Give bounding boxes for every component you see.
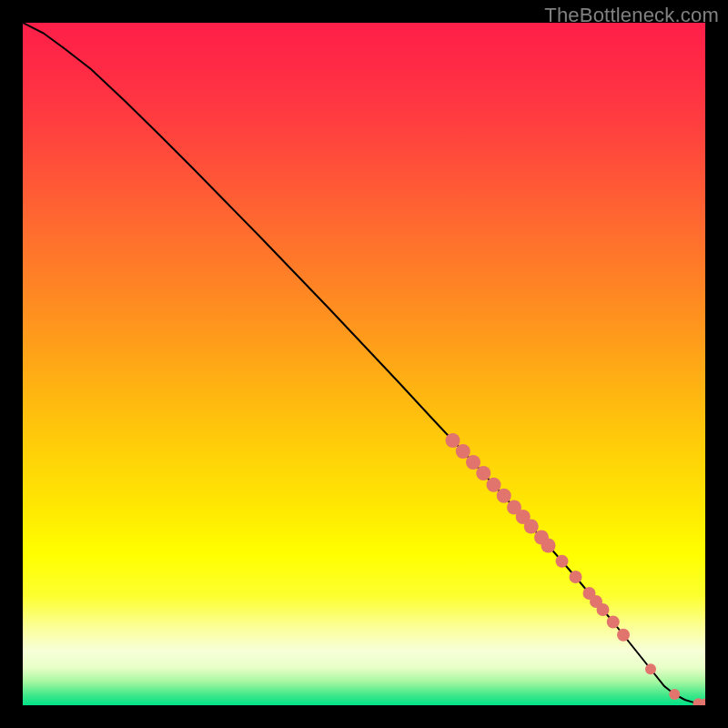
data-point xyxy=(446,433,460,448)
data-point xyxy=(466,455,480,470)
data-point xyxy=(556,555,569,568)
data-point xyxy=(456,444,470,459)
data-point xyxy=(476,466,490,480)
data-point xyxy=(487,478,501,492)
chart-stage: TheBottleneck.com xyxy=(0,0,728,728)
data-point xyxy=(497,489,511,503)
data-point xyxy=(617,629,630,642)
data-point xyxy=(541,539,556,553)
chart-svg xyxy=(23,23,705,705)
plot-background xyxy=(23,23,705,705)
data-point xyxy=(607,616,620,629)
data-point xyxy=(570,571,582,583)
data-point xyxy=(645,663,656,674)
data-point xyxy=(669,689,680,700)
data-point xyxy=(597,603,610,616)
data-point xyxy=(524,520,539,534)
